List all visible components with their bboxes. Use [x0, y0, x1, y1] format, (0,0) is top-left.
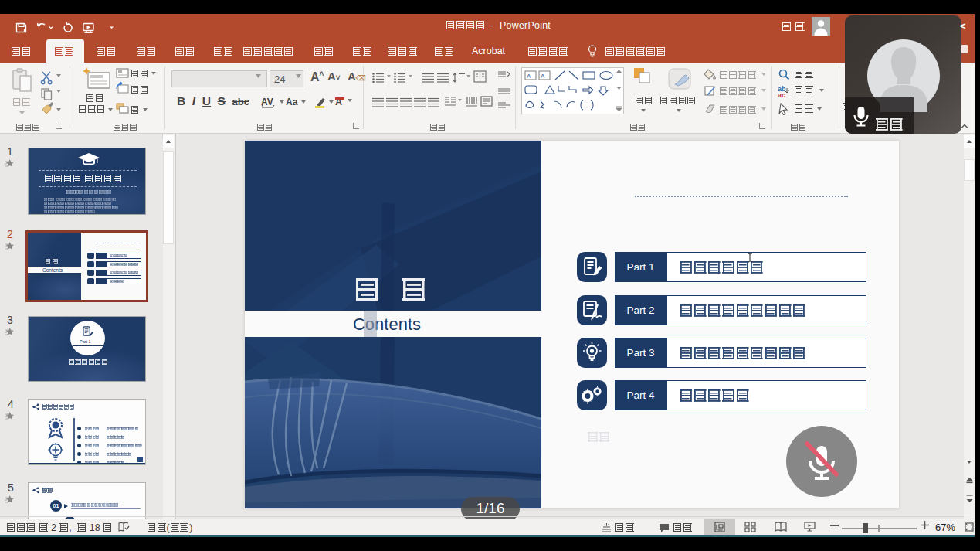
svg-text:Aa: Aa — [286, 97, 298, 107]
svg-text:AV: AV — [261, 97, 273, 107]
svg-text:ac: ac — [778, 91, 785, 98]
svg-text:A: A — [527, 73, 531, 80]
svg-text:A: A — [541, 73, 545, 80]
